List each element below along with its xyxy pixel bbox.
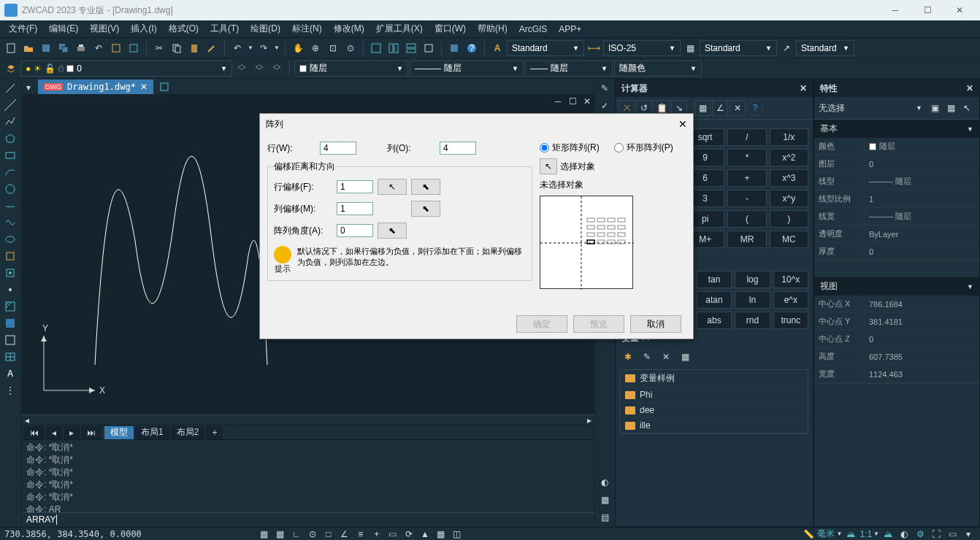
menu-item[interactable]: APP+	[553, 23, 587, 36]
dropdown-icon[interactable]: ▾	[26, 82, 35, 91]
calc-help-icon[interactable]: ?	[747, 100, 763, 116]
tab-list-icon[interactable]	[156, 79, 172, 95]
clean-icon[interactable]: ▭	[945, 528, 960, 540]
close-tab-icon[interactable]: ✕	[140, 82, 148, 92]
pick-col-offset-button[interactable]: ⬉	[411, 201, 440, 217]
revcloud-icon[interactable]	[1, 198, 19, 214]
props-row[interactable]: 线宽——— 随层	[814, 208, 979, 225]
variable-row[interactable]: ille	[621, 418, 808, 433]
props-row[interactable]: 线型——— 随层	[814, 173, 979, 190]
quickselect-icon[interactable]: ▣	[927, 100, 943, 116]
osnap-icon[interactable]: □	[321, 528, 336, 540]
print-icon[interactable]	[73, 40, 89, 56]
palette-layers-icon[interactable]: ▤	[597, 509, 613, 525]
calculator-close-icon[interactable]: ✕	[800, 83, 807, 93]
mtext-icon[interactable]: A	[1, 366, 19, 382]
props-basic-header[interactable]: 基本▼	[814, 120, 979, 138]
undo2-icon[interactable]: ↶	[91, 40, 107, 56]
ok-button[interactable]: 确定	[516, 315, 567, 333]
polyline-icon[interactable]	[1, 114, 19, 130]
menu-item[interactable]: 帮助(H)	[472, 21, 513, 36]
line-icon[interactable]	[1, 80, 19, 96]
props-view-header[interactable]: 视图▼	[814, 277, 979, 296]
props-row[interactable]: 宽度1124.463	[814, 366, 979, 383]
menu-item[interactable]: 格式(O)	[163, 21, 204, 36]
annovisibility-icon[interactable]: ◐	[897, 528, 911, 540]
zoomprev-icon[interactable]: ⊙	[342, 40, 359, 56]
selectobj-icon[interactable]: ↖	[959, 100, 975, 116]
annoscale-icon[interactable]: ⛰	[843, 528, 858, 540]
calc-calc-icon[interactable]: ▦	[694, 100, 711, 116]
dialog-close-icon[interactable]: ✕	[678, 118, 687, 130]
tablestyle-combo[interactable]: Standard▼	[700, 40, 777, 56]
ws-icon[interactable]: ⚙	[913, 528, 927, 540]
circle-icon[interactable]	[1, 181, 19, 197]
calc-button[interactable]: MR	[727, 231, 766, 248]
xline-icon[interactable]	[1, 97, 19, 113]
max-icon[interactable]: ⛶	[929, 528, 943, 540]
region-icon[interactable]	[1, 332, 19, 348]
calc-sci-button[interactable]: trunc	[773, 312, 808, 329]
lineweight-combo[interactable]: ——随层▼	[525, 61, 613, 77]
new-icon[interactable]	[3, 40, 19, 56]
textstyle-icon[interactable]: A	[489, 40, 505, 56]
props-row[interactable]: 中心点 Z0	[814, 331, 979, 348]
pick-both-offset-button[interactable]: ⬉	[411, 179, 440, 195]
sheet-tab[interactable]: 布局2	[171, 426, 205, 439]
angle-input[interactable]	[337, 224, 373, 237]
calc-sci-button[interactable]: abs	[697, 312, 732, 329]
menu-item[interactable]: 窗口(W)	[429, 21, 472, 36]
paste-icon[interactable]	[186, 40, 202, 56]
grid-icon[interactable]: ▦	[273, 528, 288, 540]
match-icon[interactable]	[204, 40, 220, 56]
zoomwin-icon[interactable]: ⊡	[325, 40, 341, 56]
spline-icon[interactable]	[1, 215, 19, 231]
calc-sci-button[interactable]: tan	[697, 271, 732, 288]
arc-icon[interactable]	[1, 164, 19, 180]
annomon-icon[interactable]: ▲	[418, 528, 432, 540]
dimstyle-icon[interactable]: ⟼	[586, 40, 602, 56]
select-objects-button[interactable]: ↖	[540, 158, 557, 174]
linetype-combo[interactable]: ———随层▼	[410, 61, 524, 77]
sheet-tab[interactable]: 布局1	[135, 426, 169, 439]
var-new-icon[interactable]: ✱	[620, 349, 636, 365]
calc-sci-button[interactable]: e^x	[773, 291, 808, 309]
pick-row-offset-button[interactable]: ↖	[378, 179, 407, 195]
props-row[interactable]: 线型比例1	[814, 190, 979, 208]
model-icon[interactable]: ▭	[386, 528, 400, 540]
row-offset-input[interactable]	[337, 180, 373, 193]
var-del-icon[interactable]: ✕	[658, 349, 674, 365]
units-icon[interactable]: 📏	[801, 528, 816, 540]
calc-button[interactable]: x^3	[770, 169, 808, 187]
undo-dropdown-icon[interactable]: ▼	[247, 40, 254, 56]
zoomrt-icon[interactable]: ⊕	[307, 40, 324, 56]
selection-combo[interactable]: 无选择 ▼ ▣ ▦ ↖	[814, 97, 979, 120]
menu-item[interactable]: 标注(N)	[286, 21, 328, 36]
mleaderstyle-icon[interactable]: ↗	[778, 40, 795, 56]
chevron-down-icon[interactable]: ▼	[836, 531, 842, 537]
save-icon[interactable]	[38, 40, 54, 56]
polygon-icon[interactable]	[1, 131, 19, 147]
props-row[interactable]: 中心点 Y381.4181	[814, 313, 979, 331]
props-row[interactable]: 透明度ByLayer	[814, 225, 979, 243]
saveall-icon[interactable]	[55, 40, 72, 56]
rectangle-icon[interactable]	[1, 147, 19, 163]
props-row[interactable]: 高度607.7385	[814, 348, 979, 366]
block-icon[interactable]	[1, 265, 19, 281]
palette-grid-icon[interactable]: ▦	[597, 492, 613, 508]
copy-icon[interactable]	[169, 40, 185, 56]
help-icon[interactable]: ?	[464, 40, 480, 56]
maximize-button[interactable]: ☐	[911, 0, 943, 20]
cycle-icon[interactable]: ⟳	[402, 528, 416, 540]
calc-button[interactable]: MC	[770, 231, 808, 248]
command-input[interactable]: ARRAY	[22, 512, 594, 527]
props-row[interactable]: 厚度0	[814, 243, 979, 261]
dimstyle-combo[interactable]: ISO-25▼	[603, 40, 681, 56]
calc-angle-icon[interactable]: ∠	[712, 100, 728, 116]
point-icon[interactable]	[1, 282, 19, 298]
layer-combo[interactable]: ● ☀ 🔓 ⎙ 0 ▼	[20, 61, 232, 77]
cols-input[interactable]	[440, 142, 476, 155]
mdi-close-icon[interactable]: ✕	[580, 95, 594, 108]
properties-close-icon[interactable]: ✕	[966, 83, 973, 93]
scroll-right-icon[interactable]: ▸	[584, 415, 594, 425]
